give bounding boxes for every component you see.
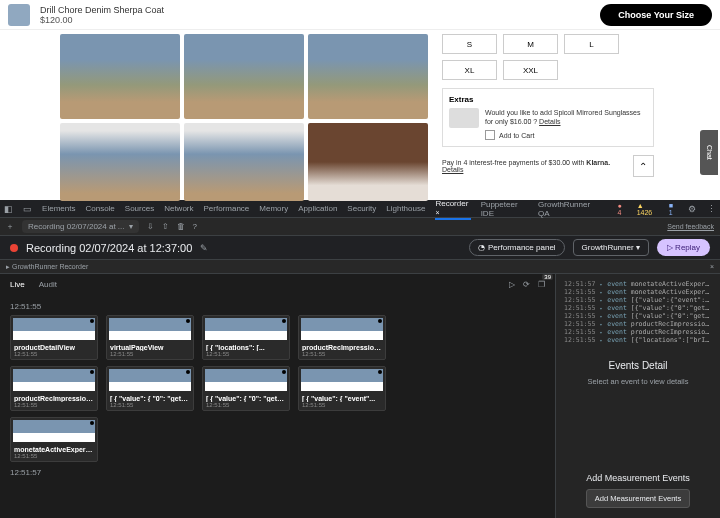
devtools-tabs: ◧ ▭ Elements Console Sources Network Per… <box>0 200 720 218</box>
timeline-body[interactable]: 12:51:55 productDetailView12:51:55virtua… <box>0 294 555 518</box>
timeline-tabs: Live Audit ▷ ⟳ ❐39 <box>0 274 555 294</box>
tab-application[interactable]: Application <box>298 204 337 213</box>
tab-console[interactable]: Console <box>85 204 114 213</box>
log-line[interactable]: 12:51:57⬩ eventmonetateActiveExperiences <box>564 280 712 288</box>
add-to-cart-checkbox[interactable] <box>485 130 495 140</box>
warning-count[interactable]: ▲ 1426 <box>637 202 659 216</box>
gallery-image[interactable] <box>60 123 180 201</box>
event-thumbnail <box>205 318 287 340</box>
event-row: productRecImpressions12:51:55[ { "value"… <box>10 366 545 411</box>
klarna-text: Pay in 4 interest-free payments of $30.0… <box>442 159 627 173</box>
event-card[interactable]: productRecImpressions12:51:55 <box>298 315 386 360</box>
log-line[interactable]: 12:51:55⬩ event[{"value":{"event":"gtag4… <box>564 296 712 304</box>
gallery-image[interactable] <box>308 123 428 201</box>
klarna-details-link[interactable]: Details <box>442 166 463 173</box>
log-line[interactable]: 12:51:55⬩ event[{"locations":["brInterna… <box>564 336 712 344</box>
import-icon[interactable]: ⇩ <box>147 222 154 231</box>
gallery-image[interactable] <box>60 34 180 119</box>
chat-tab[interactable]: Chat <box>700 130 718 175</box>
tab-audit[interactable]: Audit <box>39 280 57 289</box>
tab-recorder[interactable]: Recorder <box>435 199 470 220</box>
size-option[interactable]: XL <box>442 60 497 80</box>
event-thumbnail <box>109 369 191 391</box>
log-line[interactable]: 12:51:55⬩ eventproductRecImpressions <box>564 320 712 328</box>
chevron-down-icon: ▾ <box>129 222 133 231</box>
timestamp: 12:51:57 <box>10 468 545 477</box>
log-line[interactable]: 12:51:55⬩ event[{"value":{"0":"get","1":… <box>564 304 712 312</box>
log-line[interactable]: 12:51:55⬩ event[{"value":{"0":"get","1":… <box>564 312 712 320</box>
size-option[interactable]: XXL <box>503 60 558 80</box>
event-thumbnail <box>13 420 95 442</box>
event-title: productRecImpressions <box>14 395 94 402</box>
tab-lighthouse[interactable]: Lighthouse <box>386 204 425 213</box>
tab-sources[interactable]: Sources <box>125 204 154 213</box>
send-feedback-link[interactable]: Send feedback <box>667 223 714 230</box>
info-count[interactable]: ■ 1 <box>669 202 678 216</box>
event-card[interactable]: [ { "locations": [...12:51:55 <box>202 315 290 360</box>
add-icon[interactable]: ＋ <box>6 221 14 232</box>
gallery-image[interactable] <box>308 34 428 119</box>
log-line[interactable]: 12:51:55⬩ eventproductRecImpressions <box>564 328 712 336</box>
event-time: 12:51:55 <box>110 402 190 408</box>
export-icon[interactable]: ⇧ <box>162 222 169 231</box>
chevron-up-icon: ⌃ <box>639 161 647 172</box>
replay-button[interactable]: ▷ Replay <box>657 239 710 256</box>
tab-growthrunner-qa[interactable]: GrowthRunner QA <box>538 200 598 218</box>
performance-panel-chip[interactable]: ◔Performance panel <box>469 239 565 256</box>
recording-indicator-icon <box>10 244 18 252</box>
product-content-area: S M L XL XXL Extras Would you like to ad… <box>0 30 720 200</box>
details-link[interactable]: Details <box>539 118 560 125</box>
event-time: 12:51:55 <box>206 351 286 357</box>
size-option[interactable]: L <box>564 34 619 54</box>
recording-header: Recording 02/07/2024 at 12:37:00 ✎ ◔Perf… <box>0 236 720 260</box>
event-card[interactable]: productRecImpressions12:51:55 <box>10 366 98 411</box>
gauge-icon: ◔ <box>478 243 485 252</box>
help-icon[interactable]: ? <box>193 222 197 231</box>
tab-memory[interactable]: Memory <box>259 204 288 213</box>
devtools-panel: ◧ ▭ Elements Console Sources Network Per… <box>0 200 720 518</box>
tab-puppeteer[interactable]: Puppeteer IDE <box>481 200 528 218</box>
event-thumbnail <box>109 318 191 340</box>
upsell-text-body: Would you like to add Spicoli Mirrored S… <box>485 109 641 125</box>
close-icon[interactable]: × <box>710 263 714 270</box>
event-log[interactable]: 12:51:57⬩ eventmonetateActiveExperiences… <box>556 274 720 350</box>
event-card[interactable]: productDetailView12:51:55 <box>10 315 98 360</box>
size-option[interactable]: M <box>503 34 558 54</box>
error-count[interactable]: ● 4 <box>618 202 627 216</box>
event-card[interactable]: [ { "value": { "0": "get", "1":...12:51:… <box>106 366 194 411</box>
log-line[interactable]: 12:51:55⬩ eventmonetateActiveExperiences <box>564 288 712 296</box>
choose-size-button[interactable]: Choose Your Size <box>600 4 712 26</box>
delete-icon[interactable]: 🗑 <box>177 222 185 231</box>
tab-performance[interactable]: Performance <box>204 204 250 213</box>
inspect-icon[interactable]: ◧ <box>4 204 13 214</box>
scroll-to-top-button[interactable]: ⌃ <box>633 155 654 177</box>
tab-live[interactable]: Live <box>10 280 25 289</box>
tab-security[interactable]: Security <box>347 204 376 213</box>
device-toolbar-icon[interactable]: ▭ <box>23 204 32 214</box>
more-icon[interactable]: ⋮ <box>707 204 716 214</box>
event-card[interactable]: virtualPageView12:51:55 <box>106 315 194 360</box>
play-icon[interactable]: ▷ <box>509 280 515 289</box>
gallery-image[interactable] <box>184 123 304 201</box>
size-option[interactable]: S <box>442 34 497 54</box>
edit-icon[interactable]: ✎ <box>200 243 208 253</box>
event-card[interactable]: [ { "value": { "event"...12:51:55 <box>298 366 386 411</box>
event-title: [ { "value": { "0": "get", "1":... <box>110 395 190 402</box>
upsell-text: Would you like to add Spicoli Mirrored S… <box>485 108 647 140</box>
runner-dropdown[interactable]: GrowthRunner ▾ <box>573 239 649 256</box>
event-title: monetateActiveExperiences <box>14 446 94 453</box>
toggle-icon[interactable]: ▸ <box>6 263 10 271</box>
add-measurement-button[interactable]: Add Measurement Events <box>586 489 690 508</box>
gear-icon[interactable]: ⚙ <box>688 204 697 214</box>
event-card[interactable]: [ { "value": { "0": "get", "1":...12:51:… <box>202 366 290 411</box>
tab-network[interactable]: Network <box>164 204 193 213</box>
event-thumbnail <box>205 369 287 391</box>
event-card[interactable]: monetateActiveExperiences12:51:55 <box>10 417 98 462</box>
refresh-icon[interactable]: ⟳ <box>523 280 530 289</box>
event-title: [ { "locations": [... <box>206 344 286 351</box>
copy-icon[interactable]: ❐39 <box>538 280 545 289</box>
recording-title: Recording 02/07/2024 at 12:37:00 <box>26 242 192 254</box>
gallery-image[interactable] <box>184 34 304 119</box>
recording-chip[interactable]: Recording 02/07/2024 at ...▾ <box>22 220 139 233</box>
tab-elements[interactable]: Elements <box>42 204 75 213</box>
